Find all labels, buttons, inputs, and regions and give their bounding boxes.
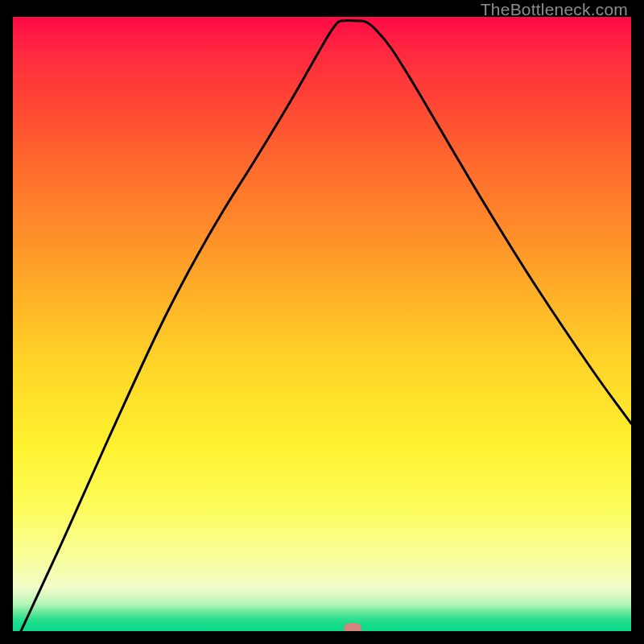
- plot-area: [13, 17, 631, 631]
- optimal-point-marker: [344, 623, 361, 631]
- watermark-text: TheBottleneck.com: [481, 0, 628, 19]
- bottleneck-curve: [13, 17, 631, 631]
- chart-frame: TheBottleneck.com: [0, 0, 644, 644]
